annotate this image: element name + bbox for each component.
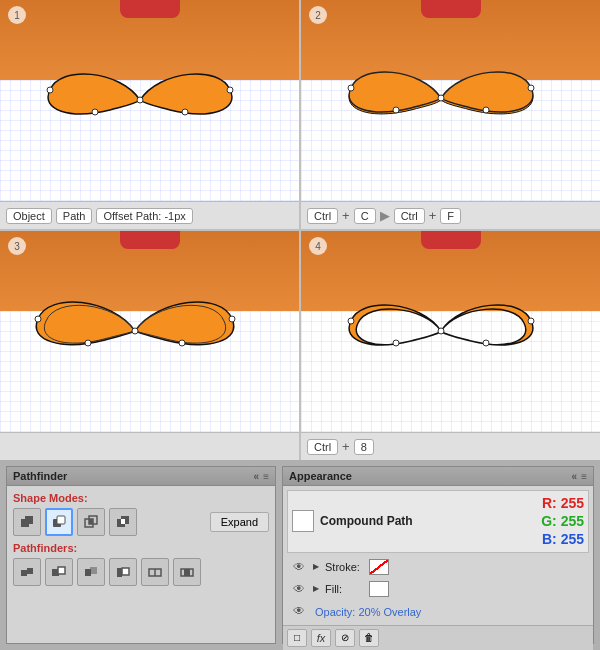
appearance-title: Appearance — [289, 470, 352, 482]
kbd-offset[interactable]: Offset Path: -1px — [96, 208, 192, 224]
svg-point-2 — [227, 87, 233, 93]
svg-rect-35 — [90, 567, 97, 574]
svg-point-14 — [179, 340, 185, 346]
step-bar-1: Object Path Offset Path: -1px — [0, 201, 299, 229]
appearance-footer: □ fx ⊘ 🗑 — [283, 625, 593, 650]
svg-point-13 — [85, 340, 91, 346]
menu-icon[interactable]: ≡ — [263, 471, 269, 482]
step-num-4: 4 — [309, 237, 327, 255]
step-panel-1: 1 Object Path Offset Path — [0, 0, 299, 229]
butterfly-3 — [20, 286, 250, 376]
step-num-2: 2 — [309, 6, 327, 24]
fill-expand-icon[interactable]: ▶ — [311, 584, 321, 594]
compound-path-label: Compound Path — [320, 514, 535, 528]
plus-2: + — [429, 208, 437, 223]
red-top-1 — [120, 0, 180, 18]
appearance-content: Compound Path R: 255 G: 255 B: 255 👁 ▶ S… — [283, 486, 593, 625]
opacity-visibility-icon[interactable]: 👁 — [291, 603, 307, 619]
stroke-expand-icon[interactable]: ▶ — [311, 562, 321, 572]
svg-point-16 — [348, 318, 354, 324]
tutorial-grid: 1 Object Path Offset Path — [0, 0, 600, 460]
rgb-r: R: 255 — [542, 494, 584, 512]
expand-button[interactable]: Expand — [210, 512, 269, 532]
svg-rect-33 — [58, 567, 65, 574]
svg-rect-30 — [21, 570, 27, 576]
kbd-f[interactable]: F — [440, 208, 461, 224]
step-num-1: 1 — [8, 6, 26, 24]
pf-btn-6[interactable] — [173, 558, 201, 586]
appearance-collapse-icon[interactable]: « — [572, 471, 578, 482]
stroke-visibility-icon[interactable]: 👁 — [291, 559, 307, 575]
svg-point-10 — [132, 328, 138, 334]
svg-point-5 — [438, 95, 444, 101]
pf-btn-5[interactable] — [141, 558, 169, 586]
svg-point-9 — [483, 107, 489, 113]
delete-btn[interactable]: 🗑 — [359, 629, 379, 647]
pathfinder-titlebar: Pathfinder « ≡ — [7, 467, 275, 486]
kbd-c[interactable]: C — [354, 208, 376, 224]
bottom-area: Pathfinder « ≡ Shape Modes: — [0, 460, 600, 650]
shape-modes-label: Shape Modes: — [13, 492, 269, 504]
kbd-ctrl-2[interactable]: Ctrl — [394, 208, 425, 224]
svg-rect-23 — [57, 516, 65, 524]
rgb-display: R: 255 G: 255 B: 255 — [541, 494, 584, 549]
pf-btn-3[interactable] — [77, 558, 105, 586]
svg-rect-29 — [121, 519, 125, 524]
compound-path-row: Compound Path R: 255 G: 255 B: 255 — [287, 490, 589, 553]
svg-point-1 — [47, 87, 53, 93]
canvas-3: 3 — [0, 231, 299, 432]
kbd-ctrl-8[interactable]: Ctrl — [307, 439, 338, 455]
canvas-2: 2 — [301, 0, 600, 201]
svg-point-18 — [393, 340, 399, 346]
svg-point-3 — [92, 109, 98, 115]
stroke-label: Stroke: — [325, 561, 365, 573]
step-panel-3: 3 — [0, 231, 299, 460]
rgb-b: B: 255 — [542, 530, 584, 548]
kbd-8[interactable]: 8 — [354, 439, 374, 455]
arrow-1: ▶ — [380, 208, 390, 223]
shape-modes-row: Expand — [13, 508, 269, 536]
unite-btn[interactable] — [13, 508, 41, 536]
canvas-4: 4 — [301, 231, 600, 432]
butterfly-1 — [30, 60, 250, 140]
red-top-3 — [120, 231, 180, 249]
svg-rect-41 — [184, 569, 190, 576]
fill-visibility-icon[interactable]: 👁 — [291, 581, 307, 597]
appearance-titlebar-icons: « ≡ — [572, 471, 587, 482]
collapse-icon[interactable]: « — [254, 471, 260, 482]
appearance-panel: Appearance « ≡ Compound Path R: 255 G: 2… — [282, 466, 594, 644]
new-item-btn[interactable]: □ — [287, 629, 307, 647]
svg-point-19 — [483, 340, 489, 346]
exclude-btn[interactable] — [109, 508, 137, 536]
fill-swatch[interactable] — [369, 581, 389, 597]
appearance-menu-icon[interactable]: ≡ — [581, 471, 587, 482]
opacity-text: Opacity: 20% Overlay — [311, 606, 421, 618]
stroke-swatch[interactable] — [369, 559, 389, 575]
red-top-4 — [421, 231, 481, 249]
clear-btn[interactable]: ⊘ — [335, 629, 355, 647]
intersect-btn[interactable] — [77, 508, 105, 536]
titlebar-icons: « ≡ — [254, 471, 269, 482]
pathfinders-row — [13, 558, 269, 586]
svg-rect-37 — [122, 568, 129, 575]
stroke-row: 👁 ▶ Stroke: — [287, 557, 589, 577]
pathfinders-label: Pathfinders: — [13, 542, 269, 554]
pathfinder-panel: Pathfinder « ≡ Shape Modes: — [6, 466, 276, 644]
kbd-ctrl-1[interactable]: Ctrl — [307, 208, 338, 224]
butterfly-2 — [331, 58, 551, 143]
pf-btn-1[interactable] — [13, 558, 41, 586]
svg-rect-21 — [25, 516, 33, 524]
minus-front-btn[interactable] — [45, 508, 73, 536]
fx-label: fx — [317, 632, 326, 644]
pf-btn-2[interactable] — [45, 558, 73, 586]
appearance-titlebar: Appearance « ≡ — [283, 467, 593, 486]
kbd-object[interactable]: Object — [6, 208, 52, 224]
svg-point-17 — [528, 318, 534, 324]
fill-row: 👁 ▶ Fill: — [287, 579, 589, 599]
svg-point-6 — [348, 85, 354, 91]
kbd-path[interactable]: Path — [56, 208, 93, 224]
step-bar-3 — [0, 432, 299, 460]
pf-btn-4[interactable] — [109, 558, 137, 586]
butterfly-4 — [331, 291, 551, 371]
fx-btn[interactable]: fx — [311, 629, 331, 647]
